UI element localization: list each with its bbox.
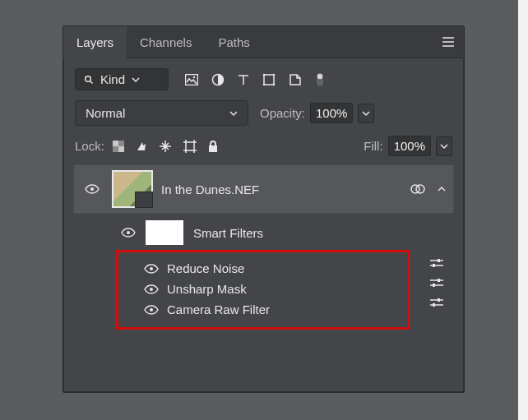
filter-blending-options-button[interactable] — [429, 298, 444, 307]
fill-flyout-button[interactable] — [436, 136, 452, 156]
eye-icon — [144, 264, 159, 274]
fill-value-field[interactable]: 100% — [388, 136, 431, 156]
lock-all-icon[interactable] — [208, 141, 218, 152]
collapse-toggle[interactable] — [437, 184, 447, 194]
visibility-toggle[interactable] — [144, 284, 159, 294]
chevron-down-icon — [229, 109, 238, 118]
blend-opacity-row: Normal Opacity: 100% — [63, 95, 464, 131]
svg-point-21 — [150, 288, 153, 291]
layer-name-label: In the Dunes.NEF — [161, 182, 402, 196]
opacity-value-field[interactable]: 100% — [310, 103, 353, 123]
svg-rect-11 — [113, 141, 118, 146]
lock-artboard-icon[interactable] — [183, 140, 197, 153]
svg-rect-27 — [438, 298, 440, 302]
smart-filter-name: Reduce Noise — [167, 261, 405, 275]
fill-value: 100% — [394, 139, 425, 153]
layer-filter-row: Kind — [63, 58, 464, 95]
tab-layers[interactable]: Layers — [63, 26, 127, 58]
smart-filter-item[interactable]: Reduce Noise — [121, 258, 405, 279]
tab-channels[interactable]: Channels — [127, 26, 205, 58]
menu-icon — [442, 37, 455, 47]
svg-point-22 — [150, 308, 153, 312]
panel-tabs: Layers Channels Paths — [63, 26, 464, 58]
filter-smartobject-icon[interactable] — [289, 73, 302, 86]
chevron-down-icon — [362, 109, 370, 118]
eye-icon — [144, 305, 159, 315]
lock-fill-row: Lock: Fill: 100% — [63, 131, 464, 164]
filter-pixel-icon[interactable] — [185, 74, 198, 85]
layer-item[interactable]: In the Dunes.NEF — [73, 164, 454, 214]
smart-filter-item[interactable]: Camera Raw Filter — [121, 299, 405, 320]
panel-menu-button[interactable] — [433, 26, 464, 58]
tab-label: Layers — [76, 35, 113, 49]
filter-kind-dropdown[interactable]: Kind — [75, 68, 169, 90]
smart-filters-header: Smart Filters — [73, 214, 454, 252]
eye-icon — [121, 228, 136, 238]
search-icon — [84, 75, 94, 85]
tab-paths[interactable]: Paths — [205, 26, 262, 58]
svg-point-8 — [273, 83, 275, 85]
blend-mode-dropdown[interactable]: Normal — [75, 100, 248, 126]
smart-filters-label: Smart Filters — [193, 226, 263, 240]
opacity-value: 100% — [316, 106, 347, 120]
lock-image-icon[interactable] — [136, 141, 147, 152]
svg-rect-25 — [438, 279, 440, 282]
filter-blending-options-button[interactable] — [429, 278, 444, 288]
svg-point-19 — [127, 231, 130, 234]
chevron-down-icon — [440, 142, 448, 150]
layer-thumbnail[interactable] — [112, 170, 153, 208]
chevron-down-icon — [132, 76, 140, 84]
svg-point-20 — [150, 267, 153, 270]
lock-label: Lock: — [75, 139, 104, 153]
svg-rect-15 — [186, 142, 194, 150]
svg-rect-14 — [113, 146, 118, 152]
layers-panel: Layers Channels Paths Kind — [63, 25, 465, 393]
filter-blending-options-button[interactable] — [429, 258, 444, 268]
chevron-up-icon — [437, 184, 447, 194]
filter-mask-thumbnail[interactable] — [146, 220, 183, 245]
filter-adjustment-icon[interactable] — [211, 73, 225, 86]
filter-shape-icon[interactable] — [262, 73, 276, 86]
svg-point-18 — [416, 185, 424, 193]
sliders-icon — [429, 278, 444, 288]
visibility-toggle[interactable] — [85, 184, 100, 194]
blend-mode-value: Normal — [86, 106, 125, 120]
svg-point-2 — [193, 76, 195, 77]
opacity-label: Opacity: — [260, 106, 305, 120]
lock-transparent-icon[interactable] — [113, 141, 124, 152]
svg-point-7 — [263, 83, 265, 85]
visibility-toggle[interactable] — [144, 264, 159, 274]
svg-rect-23 — [438, 259, 440, 262]
filter-toggle-icon[interactable] — [315, 72, 325, 88]
smart-filters-list: Reduce Noise Unsharp Mask Camera Raw Fil… — [121, 253, 405, 326]
svg-rect-24 — [433, 264, 435, 267]
svg-rect-4 — [264, 75, 274, 85]
opacity-flyout-button[interactable] — [358, 104, 374, 123]
svg-rect-28 — [433, 303, 435, 307]
tab-label: Channels — [140, 35, 192, 49]
eye-icon — [144, 284, 159, 294]
visibility-toggle[interactable] — [121, 228, 136, 238]
lock-position-icon[interactable] — [159, 140, 172, 153]
sliders-icon — [429, 298, 444, 307]
smart-filter-item[interactable]: Unsharp Mask — [121, 279, 405, 299]
smart-filter-name: Camera Raw Filter — [167, 302, 405, 316]
tab-label: Paths — [218, 35, 249, 49]
svg-point-6 — [273, 73, 275, 75]
svg-point-0 — [86, 76, 91, 81]
sliders-icon — [429, 258, 444, 268]
svg-rect-12 — [118, 146, 124, 152]
fill-label: Fill: — [364, 139, 382, 153]
svg-rect-13 — [118, 141, 124, 146]
filter-type-icon[interactable] — [238, 74, 249, 85]
page-edge — [518, 0, 528, 420]
svg-point-16 — [90, 187, 94, 191]
smart-object-indicator-icon — [410, 182, 425, 196]
smart-filter-name: Unsharp Mask — [167, 282, 405, 296]
svg-point-10 — [317, 73, 322, 78]
visibility-toggle[interactable] — [144, 305, 159, 315]
eye-icon — [85, 184, 100, 194]
svg-point-5 — [263, 73, 265, 75]
filter-kind-label: Kind — [100, 72, 125, 86]
smart-object-badge-icon — [135, 192, 153, 208]
